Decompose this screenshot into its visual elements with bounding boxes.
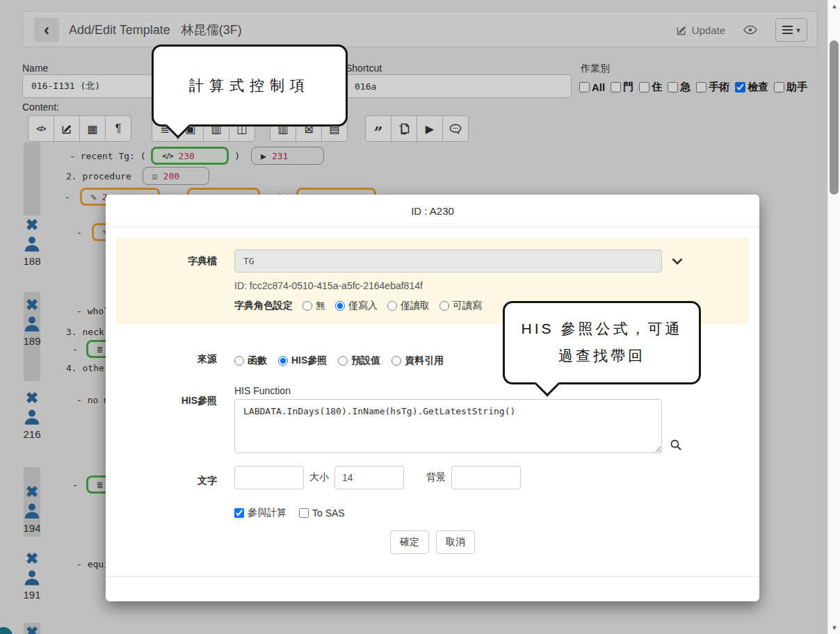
dialog-title: ID : A230 (106, 195, 759, 227)
field-settings-dialog: ID : A230 字典檔 ID: fcc2c874-0510-415a-a5f… (106, 195, 759, 601)
source-data-ref[interactable]: 資料引用 (391, 355, 444, 367)
dialog-footer (106, 576, 759, 601)
dictionary-guid: ID: fcc2c874-0510-415a-a5fc-2164ebaf814f (234, 280, 749, 291)
his-ref-label: HIS參照 (116, 385, 217, 407)
annotation-bubble-calc-control: 計算式控制項 (152, 44, 348, 127)
page-scrollbar: ▲ ▼ (827, 0, 840, 634)
chevron-down-icon[interactable] (672, 258, 683, 265)
to-sas-checkbox[interactable]: To SAS (299, 507, 345, 519)
text-label: 文字 (116, 469, 217, 487)
dictionary-label: 字典檔 (116, 250, 217, 268)
source-default[interactable]: 預設值 (338, 355, 380, 367)
role-read-write[interactable]: 可讀寫 (439, 300, 482, 312)
size-label: 大小 (309, 471, 329, 484)
page: ‹ Add/Edit Template林昆儒(3F) Update ▾ Name… (0, 0, 840, 634)
cancel-button[interactable]: 取消 (436, 530, 475, 554)
role-label: 字典角色設定 (234, 300, 293, 312)
text-color-input[interactable] (234, 466, 304, 489)
his-function-label: HIS Function (234, 385, 749, 396)
source-his-ref[interactable]: HIS參照 (278, 355, 327, 367)
background-input[interactable] (451, 466, 521, 489)
size-input[interactable] (334, 466, 404, 489)
participate-calc-checkbox[interactable]: 參與計算 (234, 507, 286, 519)
dictionary-input[interactable] (234, 250, 662, 273)
role-read-only[interactable]: 僅讀取 (387, 300, 430, 312)
flag-checkboxes: 參與計算 To SAS (234, 507, 749, 519)
scrollbar-thumb[interactable] (830, 40, 839, 195)
his-function-textarea[interactable] (234, 399, 662, 453)
scroll-down-arrow[interactable]: ▼ (828, 624, 840, 631)
scroll-up-arrow[interactable]: ▲ (828, 3, 840, 10)
magnifier-icon[interactable] (670, 439, 681, 450)
source-label: 來源 (116, 353, 217, 366)
annotation-bubble-his-formula: HIS 參照公式，可通 過查找帶回 (503, 301, 701, 384)
source-function[interactable]: 函數 (234, 355, 267, 367)
role-write-only[interactable]: 僅寫入 (335, 300, 378, 312)
confirm-button[interactable]: 確定 (390, 530, 429, 554)
background-label: 背景 (426, 471, 446, 484)
role-none[interactable]: 無 (302, 300, 325, 312)
